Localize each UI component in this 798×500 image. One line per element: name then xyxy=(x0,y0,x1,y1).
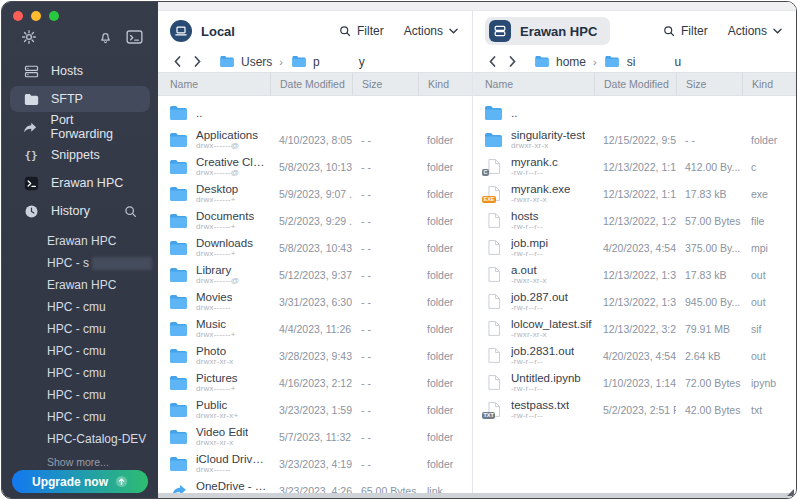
file-row[interactable]: Untitled.ipynb-rw-r--r--1/10/2023, 1:14 … xyxy=(473,369,796,396)
zoom-button[interactable] xyxy=(49,11,59,21)
column-date-modified: Date Modified xyxy=(270,73,352,95)
file-kind: txt xyxy=(742,404,796,416)
file-row[interactable]: Creative Cloud Filesdrwx------@5/8/2023,… xyxy=(158,153,472,180)
history-item[interactable]: HPC - cmu xyxy=(47,318,158,340)
sidebar-item-erawan-hpc[interactable]: Erawan HPC xyxy=(10,170,150,196)
file-row[interactable]: job.2831.out-rw-r--r--4/20/2023, 4:54...… xyxy=(473,342,796,369)
file-row[interactable]: Librarydrwx------@5/12/2023, 9:37 ...- -… xyxy=(158,261,472,288)
minimize-button[interactable] xyxy=(31,11,41,21)
sidebar-item-label: Snippets xyxy=(51,148,100,162)
history-item[interactable]: HPC-Catalog-DEV xyxy=(47,428,158,450)
file-row[interactable]: OneDrive - Chiang Mai Univer...lrwxr-xr-… xyxy=(158,477,472,493)
column-name: Name xyxy=(170,73,270,95)
history-item[interactable]: Erawan HPC xyxy=(47,274,158,296)
sidebar-item-port-forwarding[interactable]: Port Forwarding xyxy=(10,114,150,140)
file-date-modified: 12/15/2022, 9:58... xyxy=(594,134,676,146)
file-row[interactable]: job.mpi-rw-r--r--4/20/2023, 4:54...375.0… xyxy=(473,234,796,261)
file-name: .. xyxy=(196,107,202,119)
forward-button[interactable] xyxy=(507,56,518,67)
history-item[interactable]: HPC - s xyxy=(47,252,158,274)
file-row[interactable]: TXTtestpass.txt-rw-r--r--5/2/2023, 2:51 … xyxy=(473,396,796,423)
actions-button[interactable]: Actions xyxy=(404,24,458,38)
file-name: Applications xyxy=(196,129,258,141)
sidebar-item-history[interactable]: History xyxy=(10,198,150,224)
file-size: - - xyxy=(352,134,418,146)
file-icon xyxy=(485,294,502,309)
file-date-modified: 5/7/2023, 11:32 ... xyxy=(270,431,352,443)
resize-grip[interactable] xyxy=(787,489,794,496)
show-more-link[interactable]: Show more... xyxy=(47,452,158,471)
breadcrumb-item[interactable]: home xyxy=(533,55,586,69)
file-name: testpass.txt xyxy=(511,399,569,411)
filter-button[interactable]: Filter xyxy=(663,24,708,38)
file-row[interactable]: .. xyxy=(158,99,472,126)
file-row[interactable]: Picturesdrwx------+4/16/2023, 2:12 ...- … xyxy=(158,369,472,396)
file-row[interactable]: Cmyrank.c-rw-r--r--12/13/2022, 1:16 ...4… xyxy=(473,153,796,180)
c-badge: C xyxy=(482,169,489,176)
file-row[interactable]: Documentsdrwx------+5/2/2023, 9:29 ...- … xyxy=(158,207,472,234)
file-kind: out xyxy=(742,269,796,281)
chevron-down-icon xyxy=(773,28,782,34)
sidebar-item-sftp[interactable]: SFTP xyxy=(10,86,150,112)
history-item[interactable]: HPC - cmu xyxy=(47,296,158,318)
file-row[interactable]: Applicationsdrwx------@4/10/2023, 8:05 .… xyxy=(158,126,472,153)
forward-button[interactable] xyxy=(192,56,203,67)
file-row[interactable]: Photodrwxr-xr-x3/28/2023, 9:43 ...- -fol… xyxy=(158,342,472,369)
sidebar-item-snippets[interactable]: {} Snippets xyxy=(10,142,150,168)
file-date-modified: 4/4/2023, 11:26 ... xyxy=(270,323,352,335)
back-button[interactable] xyxy=(172,56,183,67)
file-kind: c xyxy=(742,161,796,173)
history-search-icon[interactable] xyxy=(124,205,137,218)
filter-button[interactable]: Filter xyxy=(339,24,384,38)
content-area: Local Filter Actions xyxy=(158,2,796,498)
file-kind: folder xyxy=(418,161,472,173)
file-row[interactable]: a.out-rwxr-xr-x12/13/2022, 1:35 ...17.83… xyxy=(473,261,796,288)
file-kind: folder xyxy=(418,323,472,335)
file-date-modified: 4/16/2023, 2:12 ... xyxy=(270,377,352,389)
file-size: - - xyxy=(352,377,418,389)
local-panel-selector[interactable]: Local xyxy=(170,20,235,42)
history-item[interactable]: HPC - cmu xyxy=(47,406,158,428)
breadcrumb-item[interactable]: siu xyxy=(604,55,681,69)
history-item[interactable]: Erawan HPC xyxy=(47,230,158,252)
close-button[interactable] xyxy=(13,11,23,21)
sidebar-item-label: SFTP xyxy=(51,92,83,106)
settings-gear-icon[interactable] xyxy=(21,29,37,45)
back-button[interactable] xyxy=(487,56,498,67)
file-row[interactable]: Video Editdrwxr-xr-x5/7/2023, 11:32 ...-… xyxy=(158,423,472,450)
terminal-window-icon[interactable] xyxy=(126,30,143,44)
file-row[interactable]: iCloud Drive (Archive)drwx------3/23/202… xyxy=(158,450,472,477)
history-item[interactable]: HPC - cmu xyxy=(47,340,158,362)
folder-icon xyxy=(290,56,307,67)
history-item[interactable]: HPC - cmu xyxy=(47,384,158,406)
breadcrumb-item[interactable]: py xyxy=(290,55,365,69)
file-row[interactable]: Moviesdrwx------3/31/2023, 6:30 ...- -fo… xyxy=(158,288,472,315)
file-row[interactable]: lolcow_latest.sif-rwxr-xr-x12/13/2022, 3… xyxy=(473,315,796,342)
actions-button[interactable]: Actions xyxy=(728,24,782,38)
file-row[interactable]: EXEmyrank.exe-rwxr-xr-x12/13/2022, 1:16 … xyxy=(473,180,796,207)
file-row[interactable]: Musicdrwx------+4/4/2023, 11:26 ...- -fo… xyxy=(158,315,472,342)
remote-panel-selector[interactable]: Erawan HPC xyxy=(485,17,610,45)
notifications-bell-icon[interactable] xyxy=(98,30,113,45)
file-size: 2.64 kB xyxy=(676,350,742,362)
file-date-modified: 4/10/2023, 8:05 ... xyxy=(270,134,352,146)
history-item[interactable]: HPC - cmu xyxy=(47,362,158,384)
file-date-modified: 5/8/2023, 10:43 ... xyxy=(270,242,352,254)
file-row[interactable]: hosts-rw-r--r--12/13/2022, 1:23 ...57.00… xyxy=(473,207,796,234)
sidebar-item-hosts[interactable]: Hosts xyxy=(10,58,150,84)
file-row[interactable]: job.287.out-rw-r--r--12/13/2022, 1:36 ..… xyxy=(473,288,796,315)
table-header[interactable]: Name Date Modified Size Kind xyxy=(473,72,796,96)
file-row[interactable]: .. xyxy=(473,99,796,126)
file-kind: mpi xyxy=(742,242,796,254)
folder-icon xyxy=(23,93,39,106)
table-header[interactable]: Name Date Modified Size Kind xyxy=(158,72,472,96)
file-row[interactable]: Downloadsdrwx------+5/8/2023, 10:43 ...-… xyxy=(158,234,472,261)
file-row[interactable]: Publicdrwxr-xr-x+3/23/2023, 1:59 ...- -f… xyxy=(158,396,472,423)
file-icon: TXT xyxy=(485,402,502,417)
file-date-modified: 5/2/2023, 2:51 PM xyxy=(594,404,676,416)
file-row[interactable]: singularity-testdrwxr-xr-x12/15/2022, 9:… xyxy=(473,126,796,153)
breadcrumb-item[interactable]: Users xyxy=(218,55,272,69)
folder-icon xyxy=(170,376,187,390)
file-row[interactable]: Desktopdrwx------+5/9/2023, 9:07 ...- -f… xyxy=(158,180,472,207)
upgrade-now-button[interactable]: Upgrade now xyxy=(12,470,148,493)
